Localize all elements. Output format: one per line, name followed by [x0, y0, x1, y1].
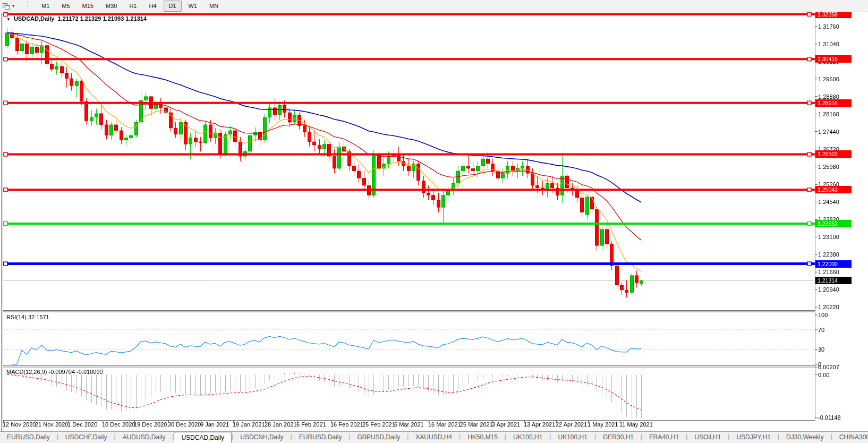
- price-axis-tick: 1.23100: [818, 234, 839, 240]
- chart-title: ▼USDCAD,Daily 1.21172 1.21329 1.21093 1.…: [6, 15, 147, 22]
- tab-usoil-h1[interactable]: USOil,H1: [687, 432, 728, 443]
- date-axis-label: 28 Jan 2021: [265, 421, 297, 428]
- chart-tab-bar: EURUSD,Daily|USDCHF,Daily|AUDUSD,Daily|U…: [0, 431, 868, 443]
- tab-usdcad-daily-active[interactable]: USDCAD,Daily: [174, 432, 232, 443]
- date-axis-label: 10 Dec 2020: [102, 421, 135, 428]
- ohlc-low: 1.21093: [103, 15, 124, 22]
- level-price-badge: 1.28616: [815, 99, 852, 107]
- level-price-badge: 1.22000: [815, 260, 852, 268]
- price-axis-tick: 1.22380: [818, 251, 839, 258]
- timeframe-button-m30[interactable]: M30: [100, 1, 122, 12]
- tab-gbpusd-daily[interactable]: GBPUSD,Daily: [351, 432, 407, 443]
- date-axis-label: 21 Nov 2020: [35, 421, 68, 428]
- date-axis-label: 30 Dec 2020: [168, 421, 201, 428]
- timeframe-button-w1[interactable]: W1: [183, 1, 203, 12]
- rsi-axis-tick: 100: [818, 312, 828, 318]
- tab-uk100-h1[interactable]: UK100,H1: [506, 432, 549, 443]
- date-axis-label: 25 Feb 2021: [362, 421, 395, 428]
- date-axis-label: 9 Jan 2021: [200, 421, 229, 428]
- rsi-axis-tick: 30: [818, 346, 824, 353]
- date-axis-label: 6 Feb 2021: [296, 421, 326, 428]
- level-price-badge: 1.23653: [815, 220, 852, 227]
- toolbar-grip-handle[interactable]: [27, 2, 31, 10]
- timeframe-button-group: M1M5M15M30H1H4D1W1MN: [36, 1, 225, 12]
- tab-eurusd-daily[interactable]: EURUSD,Daily: [292, 432, 349, 443]
- date-axis-label: 19 Dec 2020: [134, 421, 167, 428]
- date-axis-label: 3 Apr 2021: [492, 421, 520, 428]
- tab-usdchf-daily[interactable]: USDCHF,Daily: [58, 432, 114, 443]
- price-axis-tick: 1.31040: [818, 41, 839, 47]
- date-axis-label: 1 Dec 2020: [67, 421, 97, 428]
- timeframe-button-h4[interactable]: H4: [143, 1, 161, 12]
- macd-axis-tick: 0.00: [818, 372, 829, 378]
- ohlc-open: 1.21172: [57, 15, 78, 22]
- tab-uk100-h1[interactable]: UK100,H1: [551, 432, 594, 443]
- date-axis-label: 16 Feb 2021: [330, 421, 363, 428]
- date-axis-label: 1 May 2021: [588, 421, 618, 428]
- macd-indicator-label: MACD(12,26,9) -0.009704 -0.010090: [6, 369, 103, 375]
- price-chart-canvas[interactable]: [0, 0, 868, 443]
- tab-xauusd-h4[interactable]: XAUUSD,H4: [409, 432, 459, 443]
- tab-ger30-h1[interactable]: GER30,H1: [596, 432, 641, 443]
- date-axis-label: 22 Apr 2021: [556, 421, 587, 428]
- macd-main-value: -0.009704: [48, 369, 75, 375]
- ohlc-close: 1.21314: [125, 15, 147, 22]
- date-axis-label: 6 Mar 2021: [394, 421, 424, 428]
- rsi-axis-tick: 70: [818, 327, 824, 333]
- macd-signal-value: -0.010090: [76, 369, 103, 375]
- charts-cascade-icon[interactable]: [2, 2, 11, 10]
- tab-eurusd-daily[interactable]: EURUSD,Daily: [0, 432, 57, 443]
- level-price-badge: 1.26503: [815, 150, 852, 158]
- date-axis-label: 16 Mar 2021: [428, 421, 461, 428]
- price-axis-tick: 1.20220: [818, 304, 839, 310]
- timeframe-button-m5[interactable]: M5: [56, 1, 75, 12]
- tab-audusd-daily[interactable]: AUDUSD,Daily: [116, 432, 173, 443]
- trading-platform-window: ▾ M1M5M15M30H1H4D1W1MN ▼USDCAD,Daily 1.2…: [0, 0, 868, 443]
- ohlc-high: 1.21329: [80, 15, 101, 22]
- tab-usdcnh-daily[interactable]: USDCNH,Daily: [233, 432, 290, 443]
- price-axis-tick: 1.31760: [818, 23, 839, 30]
- timeframe-button-m15[interactable]: M15: [77, 1, 99, 12]
- tab-fra40-h1[interactable]: FRA40,H1: [642, 432, 686, 443]
- timeframe-button-h1[interactable]: H1: [124, 1, 142, 12]
- level-price-badge: 1.25043: [815, 186, 852, 193]
- timeframe-button-d1[interactable]: D1: [164, 1, 182, 12]
- timeframe-button-mn[interactable]: MN: [204, 1, 224, 12]
- level-price-badge: 1.30415: [815, 55, 852, 63]
- tab-usdjpy-h1[interactable]: USDJPY,H1: [729, 432, 777, 443]
- timeframe-button-m1[interactable]: M1: [36, 1, 55, 12]
- price-axis-tick: 1.24540: [818, 199, 839, 205]
- chart-symbol-label: USDCAD,Daily: [14, 15, 54, 22]
- top-toolbar: ▾ M1M5M15M30H1H4D1W1MN: [0, 0, 868, 12]
- price-axis-tick: 1.20940: [818, 286, 839, 293]
- tab-dj30-weekly[interactable]: DJ30,Weekly: [779, 432, 830, 443]
- date-axis-label: 12 Nov 2020: [3, 421, 36, 428]
- rsi-value: 32.1571: [28, 314, 49, 320]
- date-axis-label: 19 Jan 2021: [233, 421, 265, 428]
- price-axis-tick: 1.28160: [818, 111, 839, 117]
- rsi-indicator-label: RSI(14) 32.1571: [6, 314, 49, 320]
- date-axis-label: 13 Apr 2021: [524, 421, 555, 428]
- charts-dropdown-caret-icon[interactable]: ▾: [12, 4, 14, 8]
- macd-axis-tick: 0.00207: [818, 364, 839, 370]
- price-axis-tick: 1.25980: [818, 164, 839, 170]
- date-axis-label: 25 Mar 2021: [460, 421, 493, 428]
- price-axis-tick: 1.29600: [818, 76, 839, 82]
- tab-hk50-m15[interactable]: HK50,M15: [461, 432, 505, 443]
- date-axis-label: 11 May 2021: [619, 421, 653, 428]
- tab-china300-h1[interactable]: CHINA300,H1: [832, 432, 868, 443]
- price-axis-tick: 1.21660: [818, 269, 839, 275]
- macd-axis-tick: -0.01148: [818, 414, 841, 421]
- symbol-dropdown-icon[interactable]: ▼: [6, 17, 11, 22]
- price-axis-tick: 1.27440: [818, 129, 839, 135]
- current-price-badge: 1.21314: [815, 277, 852, 284]
